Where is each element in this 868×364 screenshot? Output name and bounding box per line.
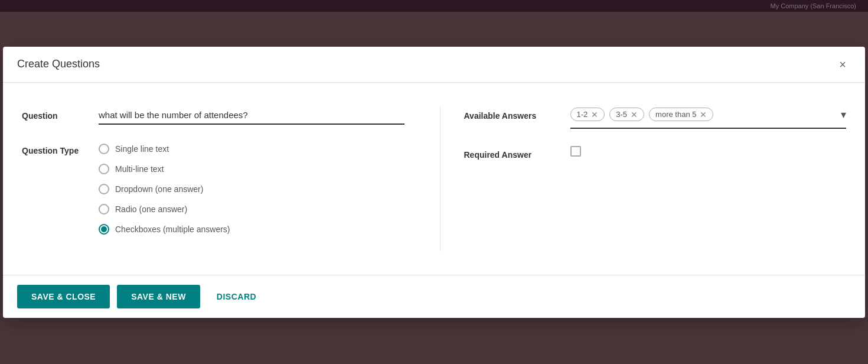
tag-more-than-5-remove[interactable]: ✕ <box>700 110 707 119</box>
radio-option-single-line[interactable]: Single line text <box>99 144 404 154</box>
radio-label-dropdown: Dropdown (one answer) <box>115 184 203 194</box>
modal-title: Create Questions <box>17 58 100 70</box>
radio-label-radio: Radio (one answer) <box>115 204 187 214</box>
radio-single-line[interactable] <box>99 144 109 154</box>
close-button[interactable]: × <box>834 56 851 73</box>
available-answers-row: Available Answers 1-2 ✕ 3-5 ✕ <box>464 106 847 129</box>
radio-multi-line[interactable] <box>99 164 109 174</box>
radio-option-multi-line[interactable]: Multi-line text <box>99 164 404 174</box>
question-field <box>99 106 404 125</box>
required-answer-field <box>570 146 581 159</box>
question-type-row: Question Type Single line text Multi-lin… <box>22 141 404 235</box>
save-new-button[interactable]: SAVE & NEW <box>117 285 200 308</box>
radio-label-checkboxes: Checkboxes (multiple answers) <box>115 225 230 234</box>
tag-more-than-5-label: more than 5 <box>655 110 696 119</box>
tag-1-2-remove[interactable]: ✕ <box>591 110 598 119</box>
radio-radio[interactable] <box>99 204 109 214</box>
discard-button[interactable]: DISCARD <box>207 285 266 308</box>
required-answer-label: Required Answer <box>464 145 570 160</box>
create-questions-modal: Create Questions × Question Question Typ… <box>3 47 865 318</box>
left-section: Question Question Type Single line text <box>22 106 440 251</box>
tag-3-5-remove[interactable]: ✕ <box>631 110 638 119</box>
right-section: Available Answers 1-2 ✕ 3-5 ✕ <box>440 106 847 251</box>
question-type-label: Question Type <box>22 141 99 155</box>
modal-header: Create Questions × <box>3 47 865 83</box>
radio-checkboxes[interactable] <box>99 224 109 235</box>
radio-label-single-line: Single line text <box>115 144 169 154</box>
required-answer-row: Required Answer <box>464 145 847 160</box>
modal-body: Question Question Type Single line text <box>3 83 865 275</box>
question-label: Question <box>22 106 99 121</box>
available-answers-label: Available Answers <box>464 106 570 121</box>
modal-footer: SAVE & CLOSE SAVE & NEW DISCARD <box>3 275 865 318</box>
question-row: Question <box>22 106 404 125</box>
radio-label-multi-line: Multi-line text <box>115 164 164 174</box>
question-input[interactable] <box>99 106 404 125</box>
dropdown-caret-icon: ▾ <box>841 108 846 121</box>
modal-overlay: Create Questions × Question Question Typ… <box>0 0 868 364</box>
tags-row: 1-2 ✕ 3-5 ✕ more than 5 ✕ <box>570 108 841 121</box>
radio-option-dropdown[interactable]: Dropdown (one answer) <box>99 184 404 194</box>
tag-1-2: 1-2 ✕ <box>570 108 605 121</box>
tag-3-5-label: 3-5 <box>616 110 627 119</box>
tag-more-than-5: more than 5 ✕ <box>649 108 713 121</box>
radio-options-container: Single line text Multi-line text Dropdow… <box>99 144 404 235</box>
radio-option-radio[interactable]: Radio (one answer) <box>99 204 404 214</box>
answers-dropdown[interactable]: 1-2 ✕ 3-5 ✕ more than 5 ✕ <box>570 106 847 129</box>
radio-dropdown[interactable] <box>99 184 109 194</box>
radio-option-checkboxes[interactable]: Checkboxes (multiple answers) <box>99 224 404 235</box>
save-close-button[interactable]: SAVE & CLOSE <box>17 285 110 308</box>
required-answer-checkbox[interactable] <box>570 146 581 157</box>
tag-1-2-label: 1-2 <box>577 110 588 119</box>
available-answers-field: 1-2 ✕ 3-5 ✕ more than 5 ✕ <box>570 106 847 129</box>
tag-3-5: 3-5 ✕ <box>609 108 644 121</box>
